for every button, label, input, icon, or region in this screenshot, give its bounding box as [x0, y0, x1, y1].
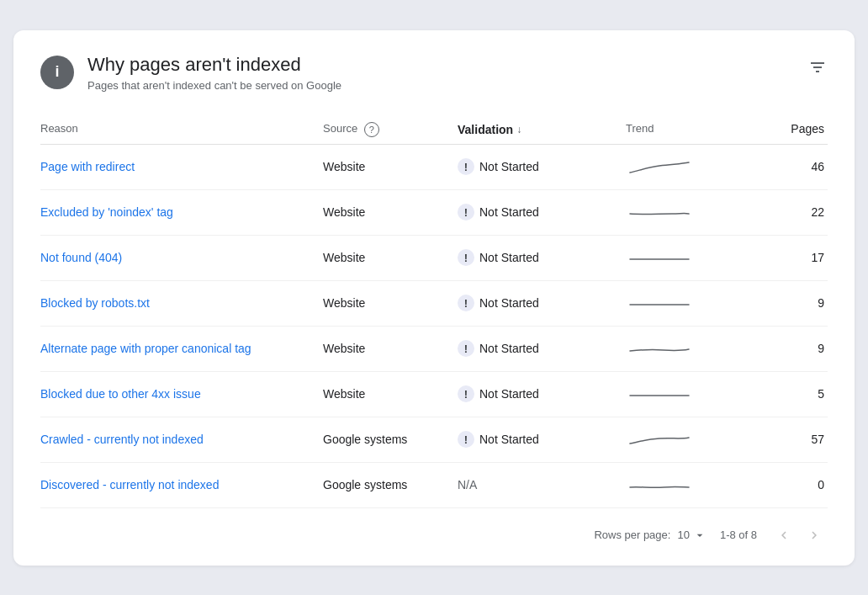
rows-per-page-select[interactable]: 10: [677, 529, 706, 542]
data-table: Reason Source ? Validation ↓ Trend Pages…: [40, 115, 828, 508]
validation-status-label: Not Started: [479, 296, 539, 310]
pagination-nav: [770, 522, 828, 549]
card-header: i Why pages aren't indexed Pages that ar…: [40, 54, 828, 92]
row-trend: [626, 381, 760, 406]
table-row[interactable]: Crawled - currently not indexed Google s…: [40, 417, 828, 463]
header-text: Why pages aren't indexed Pages that aren…: [87, 54, 341, 92]
validation-status-icon: !: [458, 385, 474, 402]
row-source: Website: [323, 296, 458, 310]
column-header-reason: Reason: [40, 122, 323, 137]
table-row[interactable]: Discovered - currently not indexed Googl…: [40, 463, 828, 508]
row-pages: 9: [760, 296, 828, 310]
row-trend: [626, 245, 760, 270]
row-pages: 5: [760, 387, 828, 401]
column-header-pages: Pages: [760, 122, 828, 137]
row-pages: 0: [760, 478, 828, 491]
info-icon: i: [40, 56, 74, 89]
column-header-source: Source ?: [323, 122, 458, 137]
row-source: Google systems: [323, 433, 458, 446]
row-reason[interactable]: Blocked by robots.txt: [40, 284, 323, 321]
trend-chart: [626, 199, 693, 225]
validation-status-label: Not Started: [479, 342, 539, 355]
row-reason[interactable]: Crawled - currently not indexed: [40, 421, 323, 458]
table-row[interactable]: Blocked by robots.txt Website ! Not Star…: [40, 281, 828, 327]
row-trend: [626, 472, 760, 497]
row-trend: [626, 199, 760, 225]
next-page-button[interactable]: [801, 522, 828, 549]
row-pages: 9: [760, 342, 828, 355]
prev-page-button[interactable]: [770, 522, 797, 549]
row-source: Website: [323, 160, 458, 173]
chevron-right-icon: [807, 528, 822, 543]
validation-status-icon: !: [458, 295, 474, 311]
trend-chart: [626, 472, 693, 497]
validation-status-icon: !: [458, 158, 474, 175]
row-reason[interactable]: Alternate page with proper canonical tag: [40, 330, 323, 367]
source-help-icon[interactable]: ?: [364, 122, 379, 137]
row-reason[interactable]: Blocked due to other 4xx issue: [40, 375, 323, 412]
trend-chart: [626, 381, 693, 406]
row-validation: ! Not Started: [458, 204, 626, 220]
chevron-left-icon: [776, 528, 791, 543]
table-body: Page with redirect Website ! Not Started…: [40, 145, 828, 508]
rows-per-page-control: Rows per page: 10: [594, 529, 707, 542]
table-row[interactable]: Not found (404) Website ! Not Started 17: [40, 236, 828, 281]
row-validation: ! Not Started: [458, 340, 626, 357]
row-pages: 57: [760, 433, 828, 446]
row-pages: 22: [760, 205, 828, 219]
trend-chart: [626, 290, 693, 316]
row-validation: ! Not Started: [458, 158, 626, 175]
row-trend: [626, 154, 760, 179]
validation-status-label: Not Started: [479, 205, 539, 219]
dropdown-icon: [693, 529, 707, 542]
header-left: i Why pages aren't indexed Pages that ar…: [40, 54, 341, 92]
table-footer: Rows per page: 10 1-8 of 8: [40, 522, 828, 549]
page-subtitle: Pages that aren't indexed can't be serve…: [87, 79, 341, 92]
filter-icon[interactable]: [807, 57, 828, 80]
column-header-validation[interactable]: Validation ↓: [458, 122, 626, 137]
validation-na-label: N/A: [458, 478, 477, 491]
validation-status-icon: !: [458, 431, 474, 448]
table-row[interactable]: Excluded by 'noindex' tag Website ! Not …: [40, 190, 828, 236]
table-row[interactable]: Alternate page with proper canonical tag…: [40, 327, 828, 372]
table-header-row: Reason Source ? Validation ↓ Trend Pages: [40, 115, 828, 145]
row-reason[interactable]: Not found (404): [40, 239, 323, 276]
row-source: Website: [323, 387, 458, 401]
row-pages: 46: [760, 160, 828, 173]
row-source: Website: [323, 251, 458, 264]
row-reason[interactable]: Page with redirect: [40, 148, 323, 185]
row-validation: ! Not Started: [458, 295, 626, 311]
row-source: Google systems: [323, 478, 458, 491]
row-validation: ! Not Started: [458, 249, 626, 266]
row-reason[interactable]: Discovered - currently not indexed: [40, 466, 323, 503]
validation-status-label: Not Started: [479, 387, 539, 401]
validation-status-label: Not Started: [479, 251, 539, 264]
row-source: Website: [323, 205, 458, 219]
trend-chart: [626, 427, 693, 452]
column-header-trend: Trend: [626, 122, 760, 137]
trend-chart: [626, 154, 693, 179]
row-pages: 17: [760, 251, 828, 264]
rows-per-page-value: 10: [677, 529, 689, 541]
page-title: Why pages aren't indexed: [87, 54, 341, 76]
validation-status-label: Not Started: [479, 433, 539, 446]
table-row[interactable]: Blocked due to other 4xx issue Website !…: [40, 372, 828, 417]
validation-status-label: Not Started: [479, 160, 539, 173]
row-trend: [626, 290, 760, 316]
trend-chart: [626, 336, 693, 361]
validation-status-icon: !: [458, 340, 474, 357]
row-source: Website: [323, 342, 458, 355]
row-validation: ! Not Started: [458, 385, 626, 402]
row-reason[interactable]: Excluded by 'noindex' tag: [40, 194, 323, 231]
row-validation: ! Not Started: [458, 431, 626, 448]
sort-arrow-icon: ↓: [516, 124, 521, 135]
trend-chart: [626, 245, 693, 270]
table-row[interactable]: Page with redirect Website ! Not Started…: [40, 145, 828, 190]
main-card: i Why pages aren't indexed Pages that ar…: [13, 30, 855, 566]
validation-status-icon: !: [458, 204, 474, 220]
row-trend: [626, 427, 760, 452]
pagination-info: 1-8 of 8: [720, 529, 757, 541]
validation-status-icon: !: [458, 249, 474, 266]
rows-per-page-label: Rows per page:: [594, 529, 670, 541]
row-trend: [626, 336, 760, 361]
